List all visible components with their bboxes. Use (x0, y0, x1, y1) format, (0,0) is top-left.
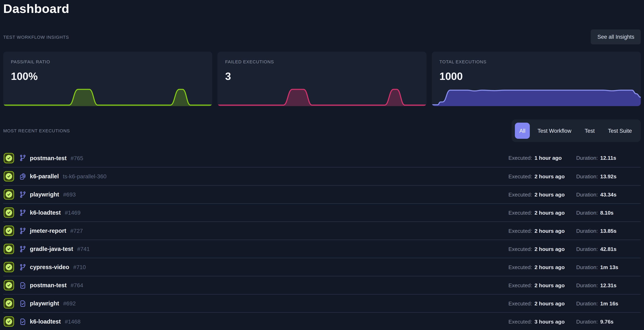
duration-label: Duration: (576, 282, 598, 288)
execution-name: gradle-java-test (30, 246, 73, 252)
tab-test-suite[interactable]: Test Suite (602, 123, 638, 139)
executed-value: 2 hours ago (534, 300, 565, 306)
executed-value: 1 hour ago (534, 155, 562, 161)
executed-value: 3 hours ago (534, 318, 565, 324)
executed-value: 2 hours ago (534, 282, 565, 288)
tab-test[interactable]: Test (579, 123, 600, 139)
duration-value: 1m 16s (600, 300, 618, 306)
executed-value: 2 hours ago (534, 228, 565, 234)
execution-id: ts-k6-parallel-360 (63, 173, 106, 180)
duration-value: 12.31s (600, 282, 616, 288)
execution-row[interactable]: postman-test#765Executed:1 hour agoDurat… (3, 149, 641, 167)
sparkline-chart (3, 88, 212, 106)
status-passed-icon (4, 280, 14, 290)
card-label: PASS/FAIL RATIO (11, 59, 204, 64)
execution-type-tabs: AllTest WorkflowTestTest Suite (512, 120, 641, 142)
duration-label: Duration: (576, 300, 598, 306)
execution-id: #693 (63, 191, 76, 198)
status-passed-icon (4, 316, 14, 327)
dashboard-page: Dashboard TEST WORKFLOW INSIGHTS See all… (0, 0, 644, 330)
tab-all[interactable]: All (515, 123, 530, 139)
workflow-icon (19, 264, 26, 270)
duration-label: Duration: (576, 192, 598, 198)
test-icon (19, 318, 26, 325)
execution-row[interactable]: postman-test#764Executed:2 hours agoDura… (3, 276, 641, 294)
test-suite-icon (19, 172, 26, 180)
execution-id: #765 (70, 155, 83, 161)
execution-row[interactable]: jmeter-report#727Executed:2 hours agoDur… (3, 222, 641, 240)
execution-name: playwright (30, 191, 59, 198)
status-passed-icon (4, 171, 14, 182)
execution-row[interactable]: playwright#692Executed:2 hours agoDurati… (3, 294, 641, 312)
card-value: 1000 (440, 70, 633, 83)
tab-test-workflow[interactable]: Test Workflow (532, 123, 577, 139)
card-value: 3 (225, 70, 419, 83)
executed-value: 2 hours ago (534, 173, 565, 179)
card-label: TOTAL EXECUTIONS (440, 59, 633, 64)
insights-section-label: TEST WORKFLOW INSIGHTS (3, 34, 69, 39)
sparkline-chart (218, 88, 426, 106)
execution-name: jmeter-report (30, 228, 66, 234)
executed-label: Executed: (508, 246, 532, 252)
duration-label: Duration: (576, 173, 598, 179)
execution-id: #1469 (65, 210, 80, 216)
execution-id: #1468 (65, 318, 80, 325)
status-passed-icon (4, 153, 14, 163)
execution-row[interactable]: gradle-java-test#741Executed:2 hours ago… (3, 240, 641, 258)
execution-id: #741 (77, 246, 90, 252)
execution-id: #764 (70, 282, 83, 288)
card-value: 100% (11, 70, 204, 83)
execution-name: postman-test (30, 155, 66, 161)
execution-name: k6-parallel (30, 173, 59, 180)
duration-value: 13.85s (600, 228, 616, 234)
executed-value: 2 hours ago (534, 264, 565, 270)
see-all-insights-button[interactable]: See all Insights (591, 30, 641, 44)
execution-row[interactable]: playwright#693Executed:2 hours agoDurati… (3, 185, 641, 203)
duration-value: 9.76s (600, 318, 614, 324)
insight-card: FAILED EXECUTIONS3 (218, 52, 426, 106)
execution-row[interactable]: cypress-video#710Executed:2 hours agoDur… (3, 258, 641, 276)
executed-label: Executed: (508, 300, 532, 306)
execution-row[interactable]: k6-loadtest#1468Executed:3 hours agoDura… (3, 312, 641, 330)
duration-value: 12.11s (600, 155, 616, 161)
executed-label: Executed: (508, 264, 532, 270)
duration-label: Duration: (576, 155, 598, 161)
executed-label: Executed: (508, 318, 532, 324)
test-icon (19, 282, 26, 289)
execution-id: #710 (73, 264, 86, 270)
executed-label: Executed: (508, 282, 532, 288)
duration-label: Duration: (576, 228, 598, 234)
execution-id: #692 (63, 300, 76, 306)
executed-label: Executed: (508, 210, 532, 216)
status-passed-icon (4, 207, 14, 218)
status-passed-icon (4, 226, 14, 236)
execution-name: postman-test (30, 282, 66, 288)
insight-card: TOTAL EXECUTIONS1000 (432, 52, 641, 106)
duration-label: Duration: (576, 246, 598, 252)
duration-label: Duration: (576, 318, 598, 324)
executed-value: 2 hours ago (534, 210, 565, 216)
insight-card: PASS/FAIL RATIO100% (3, 52, 212, 106)
executions-section-label: MOST RECENT EXECUTIONS (3, 128, 70, 133)
card-label: FAILED EXECUTIONS (225, 59, 419, 64)
executed-value: 2 hours ago (534, 192, 565, 198)
execution-row[interactable]: k6-loadtest#1469Executed:2 hours agoDura… (3, 203, 641, 222)
sparkline-chart (432, 88, 641, 106)
status-passed-icon (4, 298, 14, 308)
duration-value: 13.92s (600, 173, 616, 179)
executed-label: Executed: (508, 155, 532, 161)
test-icon (19, 300, 26, 307)
executed-label: Executed: (508, 228, 532, 234)
duration-value: 8.10s (600, 210, 614, 216)
workflow-icon (19, 246, 26, 252)
executions-header: MOST RECENT EXECUTIONS AllTest WorkflowT… (3, 120, 641, 142)
insights-header: TEST WORKFLOW INSIGHTS See all Insights (3, 30, 641, 44)
status-passed-icon (4, 244, 14, 254)
workflow-icon (19, 191, 26, 198)
duration-label: Duration: (576, 264, 598, 270)
duration-value: 1m 13s (600, 264, 618, 270)
execution-row[interactable]: k6-parallelts-k6-parallel-360Executed:2 … (3, 167, 641, 185)
page-title: Dashboard (3, 0, 641, 16)
execution-name: cypress-video (30, 264, 69, 270)
duration-label: Duration: (576, 210, 598, 216)
